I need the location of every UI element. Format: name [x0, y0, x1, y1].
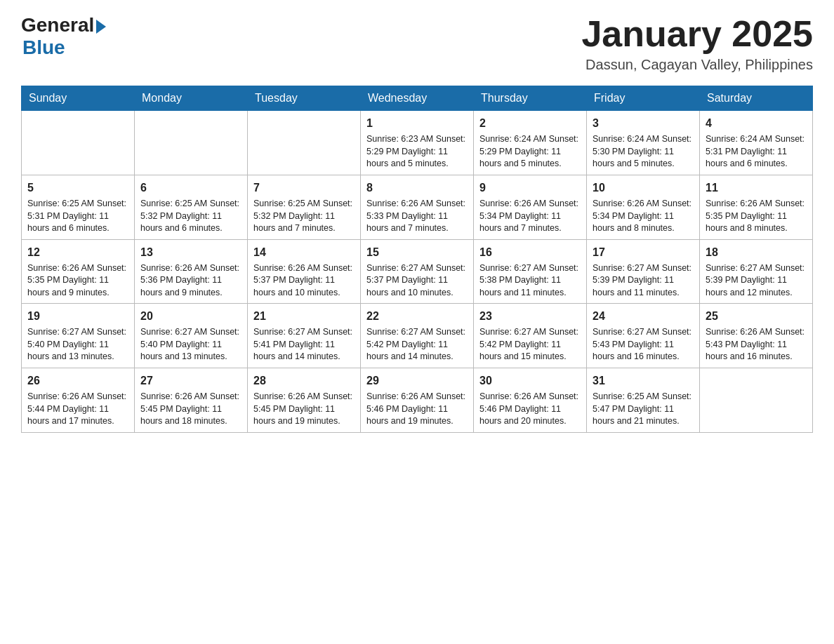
day-info: Sunrise: 6:25 AM Sunset: 5:32 PM Dayligh… [253, 198, 355, 235]
location-subtitle: Dassun, Cagayan Valley, Philippines [581, 57, 813, 73]
calendar-cell: 16Sunrise: 6:27 AM Sunset: 5:38 PM Dayli… [474, 239, 587, 304]
day-info: Sunrise: 6:26 AM Sunset: 5:45 PM Dayligh… [140, 391, 241, 428]
calendar-cell: 2Sunrise: 6:24 AM Sunset: 5:29 PM Daylig… [474, 111, 587, 175]
day-number: 11 [706, 180, 807, 196]
calendar-cell: 12Sunrise: 6:26 AM Sunset: 5:35 PM Dayli… [22, 239, 135, 304]
month-title: January 2025 [581, 14, 813, 54]
day-number: 8 [366, 180, 468, 196]
day-number: 20 [140, 308, 241, 324]
day-number: 29 [366, 373, 468, 389]
calendar-cell: 27Sunrise: 6:26 AM Sunset: 5:45 PM Dayli… [135, 368, 248, 432]
day-info: Sunrise: 6:27 AM Sunset: 5:40 PM Dayligh… [140, 326, 241, 363]
calendar-cell: 22Sunrise: 6:27 AM Sunset: 5:42 PM Dayli… [361, 304, 474, 368]
calendar-cell: 6Sunrise: 6:25 AM Sunset: 5:32 PM Daylig… [135, 175, 248, 239]
page-header: General Blue January 2025 Dassun, Cagaya… [21, 14, 813, 73]
calendar-cell: 14Sunrise: 6:26 AM Sunset: 5:37 PM Dayli… [248, 239, 361, 304]
day-info: Sunrise: 6:24 AM Sunset: 5:29 PM Dayligh… [479, 133, 581, 170]
title-block: January 2025 Dassun, Cagayan Valley, Phi… [581, 14, 813, 73]
calendar-week-row: 19Sunrise: 6:27 AM Sunset: 5:40 PM Dayli… [22, 304, 813, 368]
day-of-week-header: Tuesday [248, 86, 361, 111]
logo-blue-text: Blue [22, 36, 65, 59]
calendar-cell: 29Sunrise: 6:26 AM Sunset: 5:46 PM Dayli… [361, 368, 474, 432]
day-info: Sunrise: 6:27 AM Sunset: 5:42 PM Dayligh… [479, 326, 581, 363]
day-info: Sunrise: 6:26 AM Sunset: 5:45 PM Dayligh… [253, 391, 355, 428]
day-number: 3 [593, 115, 694, 131]
day-number: 1 [366, 115, 468, 131]
day-info: Sunrise: 6:27 AM Sunset: 5:43 PM Dayligh… [593, 326, 694, 363]
day-info: Sunrise: 6:27 AM Sunset: 5:39 PM Dayligh… [706, 262, 807, 300]
day-number: 7 [253, 180, 355, 196]
day-number: 26 [27, 373, 128, 389]
calendar-week-row: 5Sunrise: 6:25 AM Sunset: 5:31 PM Daylig… [22, 175, 813, 239]
day-number: 27 [140, 373, 241, 389]
day-number: 2 [479, 115, 581, 131]
day-info: Sunrise: 6:26 AM Sunset: 5:34 PM Dayligh… [593, 198, 694, 235]
day-of-week-header: Sunday [22, 86, 135, 111]
day-info: Sunrise: 6:23 AM Sunset: 5:29 PM Dayligh… [366, 133, 468, 170]
day-info: Sunrise: 6:26 AM Sunset: 5:44 PM Dayligh… [27, 391, 128, 428]
day-number: 13 [140, 244, 241, 260]
calendar-cell: 20Sunrise: 6:27 AM Sunset: 5:40 PM Dayli… [135, 304, 248, 368]
day-info: Sunrise: 6:26 AM Sunset: 5:34 PM Dayligh… [479, 198, 581, 235]
day-of-week-header: Friday [587, 86, 700, 111]
calendar-cell: 13Sunrise: 6:26 AM Sunset: 5:36 PM Dayli… [135, 239, 248, 304]
day-number: 22 [366, 308, 468, 324]
day-info: Sunrise: 6:26 AM Sunset: 5:46 PM Dayligh… [366, 391, 468, 428]
calendar-cell: 21Sunrise: 6:27 AM Sunset: 5:41 PM Dayli… [248, 304, 361, 368]
day-number: 5 [27, 180, 128, 196]
calendar-cell [22, 111, 135, 175]
day-number: 6 [140, 180, 241, 196]
calendar-cell [135, 111, 248, 175]
calendar-cell: 3Sunrise: 6:24 AM Sunset: 5:30 PM Daylig… [587, 111, 700, 175]
calendar-cell: 5Sunrise: 6:25 AM Sunset: 5:31 PM Daylig… [22, 175, 135, 239]
day-of-week-header: Thursday [474, 86, 587, 111]
calendar-cell: 26Sunrise: 6:26 AM Sunset: 5:44 PM Dayli… [22, 368, 135, 432]
day-info: Sunrise: 6:25 AM Sunset: 5:32 PM Dayligh… [140, 198, 241, 235]
day-info: Sunrise: 6:26 AM Sunset: 5:35 PM Dayligh… [706, 198, 807, 235]
calendar-cell: 31Sunrise: 6:25 AM Sunset: 5:47 PM Dayli… [587, 368, 700, 432]
day-number: 14 [253, 244, 355, 260]
day-number: 30 [479, 373, 581, 389]
day-info: Sunrise: 6:27 AM Sunset: 5:40 PM Dayligh… [27, 326, 128, 363]
calendar-cell: 17Sunrise: 6:27 AM Sunset: 5:39 PM Dayli… [587, 239, 700, 304]
calendar-cell: 19Sunrise: 6:27 AM Sunset: 5:40 PM Dayli… [22, 304, 135, 368]
day-number: 31 [593, 373, 694, 389]
day-number: 24 [593, 308, 694, 324]
calendar-cell: 28Sunrise: 6:26 AM Sunset: 5:45 PM Dayli… [248, 368, 361, 432]
day-number: 9 [479, 180, 581, 196]
day-info: Sunrise: 6:26 AM Sunset: 5:36 PM Dayligh… [140, 262, 241, 300]
day-info: Sunrise: 6:26 AM Sunset: 5:43 PM Dayligh… [706, 326, 807, 363]
day-number: 16 [479, 244, 581, 260]
calendar-week-row: 12Sunrise: 6:26 AM Sunset: 5:35 PM Dayli… [22, 239, 813, 304]
day-number: 21 [253, 308, 355, 324]
day-info: Sunrise: 6:27 AM Sunset: 5:39 PM Dayligh… [593, 262, 694, 300]
calendar-cell [248, 111, 361, 175]
day-info: Sunrise: 6:26 AM Sunset: 5:33 PM Dayligh… [366, 198, 468, 235]
calendar-table: SundayMondayTuesdayWednesdayThursdayFrid… [21, 86, 813, 432]
day-info: Sunrise: 6:25 AM Sunset: 5:47 PM Dayligh… [593, 391, 694, 428]
day-info: Sunrise: 6:27 AM Sunset: 5:42 PM Dayligh… [366, 326, 468, 363]
day-info: Sunrise: 6:24 AM Sunset: 5:31 PM Dayligh… [706, 133, 807, 170]
calendar-week-row: 1Sunrise: 6:23 AM Sunset: 5:29 PM Daylig… [22, 111, 813, 175]
day-info: Sunrise: 6:25 AM Sunset: 5:31 PM Dayligh… [27, 198, 128, 235]
day-number: 12 [27, 244, 128, 260]
day-info: Sunrise: 6:26 AM Sunset: 5:35 PM Dayligh… [27, 262, 128, 300]
day-of-week-header: Wednesday [361, 86, 474, 111]
calendar-cell: 10Sunrise: 6:26 AM Sunset: 5:34 PM Dayli… [587, 175, 700, 239]
calendar-cell: 1Sunrise: 6:23 AM Sunset: 5:29 PM Daylig… [361, 111, 474, 175]
calendar-cell: 23Sunrise: 6:27 AM Sunset: 5:42 PM Dayli… [474, 304, 587, 368]
logo-general-text: General [21, 14, 94, 36]
calendar-week-row: 26Sunrise: 6:26 AM Sunset: 5:44 PM Dayli… [22, 368, 813, 432]
day-info: Sunrise: 6:26 AM Sunset: 5:37 PM Dayligh… [253, 262, 355, 300]
day-number: 23 [479, 308, 581, 324]
day-info: Sunrise: 6:27 AM Sunset: 5:41 PM Dayligh… [253, 326, 355, 363]
day-number: 19 [27, 308, 128, 324]
calendar-cell: 15Sunrise: 6:27 AM Sunset: 5:37 PM Dayli… [361, 239, 474, 304]
calendar-cell [700, 368, 813, 432]
day-info: Sunrise: 6:24 AM Sunset: 5:30 PM Dayligh… [593, 133, 694, 170]
calendar-cell: 18Sunrise: 6:27 AM Sunset: 5:39 PM Dayli… [700, 239, 813, 304]
day-of-week-header: Monday [135, 86, 248, 111]
calendar-cell: 7Sunrise: 6:25 AM Sunset: 5:32 PM Daylig… [248, 175, 361, 239]
day-number: 25 [706, 308, 807, 324]
day-of-week-header: Saturday [700, 86, 813, 111]
